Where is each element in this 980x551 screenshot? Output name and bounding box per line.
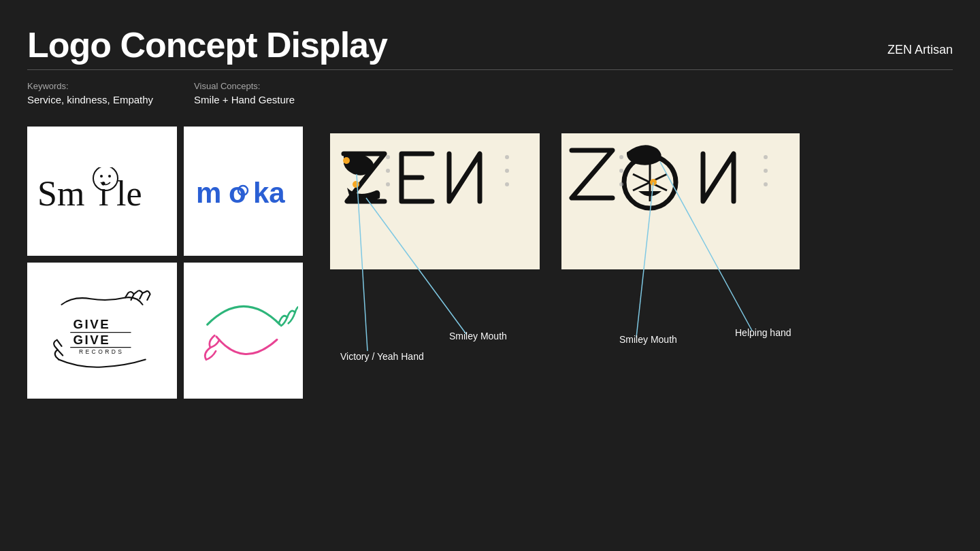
visual-label: Visual Concepts:	[194, 81, 295, 91]
svg-point-21	[343, 157, 350, 164]
keywords-label: Keywords:	[27, 81, 153, 91]
visual-value: Smile + Hand Gesture	[194, 94, 295, 105]
zen-annotation-area: Victory / Yeah Hand Smiley Mouth	[330, 133, 953, 399]
zen-logo-1-svg	[330, 133, 540, 269]
page: Logo Concept Display ZEN Artisan Keyword…	[0, 0, 980, 551]
give-give-logo-card: GIVE GIVE RECORDS	[27, 263, 177, 399]
svg-point-18	[505, 155, 509, 159]
svg-point-16	[386, 169, 390, 173]
svg-point-32	[764, 155, 768, 159]
svg-text:GIVE: GIVE	[74, 317, 111, 331]
svg-point-33	[764, 169, 768, 173]
logo-grid: Sm i le m	[27, 127, 303, 399]
svg-point-19	[505, 169, 509, 173]
moka-logo-card: m o ka	[184, 127, 303, 256]
svg-point-20	[505, 182, 509, 186]
victory-label: Victory / Yeah Hand	[340, 351, 424, 362]
keywords-value: Service, kindness, Empathy	[27, 94, 153, 105]
keywords-item: Keywords: Service, kindness, Empathy	[27, 81, 153, 106]
visual-item: Visual Concepts: Smile + Hand Gesture	[194, 81, 295, 106]
moka-logo-svg: m o ka	[196, 173, 291, 210]
svg-text:le: le	[116, 174, 142, 213]
svg-point-30	[619, 169, 623, 173]
svg-point-34	[764, 182, 768, 186]
svg-text:GIVE: GIVE	[74, 333, 111, 347]
svg-point-4	[108, 175, 111, 178]
svg-text:m: m	[196, 177, 220, 209]
svg-point-29	[619, 155, 623, 159]
zen-logo-2-svg	[561, 133, 800, 269]
meta-section: Keywords: Service, kindness, Empathy Vis…	[27, 81, 953, 106]
svg-text:RECORDS: RECORDS	[79, 348, 124, 355]
brand-label: ZEN Artisan	[887, 43, 953, 63]
page-title: Logo Concept Display	[27, 27, 387, 63]
smile-logo-svg: Sm i le	[37, 167, 167, 215]
header: Logo Concept Display ZEN Artisan	[27, 27, 953, 70]
svg-text:ka: ka	[253, 177, 285, 209]
give-give-svg: GIVE GIVE RECORDS	[44, 286, 160, 375]
hand-gesture-logo-card	[184, 263, 303, 399]
svg-point-17	[386, 182, 390, 186]
svg-point-3	[100, 175, 103, 178]
svg-point-15	[386, 155, 390, 159]
content-area: Sm i le m	[27, 127, 953, 399]
smiley-mouth-label-1: Smiley Mouth	[449, 331, 507, 341]
hand-gesture-svg	[189, 276, 298, 385]
svg-point-35	[650, 179, 657, 186]
svg-text:Sm: Sm	[37, 174, 84, 213]
smile-logo-card: Sm i le	[27, 127, 177, 256]
zen-card-2	[561, 133, 800, 269]
helping-hand-label: Helping hand	[735, 327, 791, 338]
zen-card-1	[330, 133, 540, 269]
smiley-mouth-label-2: Smiley Mouth	[619, 334, 677, 345]
svg-text:i: i	[99, 174, 108, 213]
svg-point-22	[353, 181, 359, 188]
svg-point-31	[619, 182, 623, 186]
svg-text:o: o	[229, 177, 246, 209]
